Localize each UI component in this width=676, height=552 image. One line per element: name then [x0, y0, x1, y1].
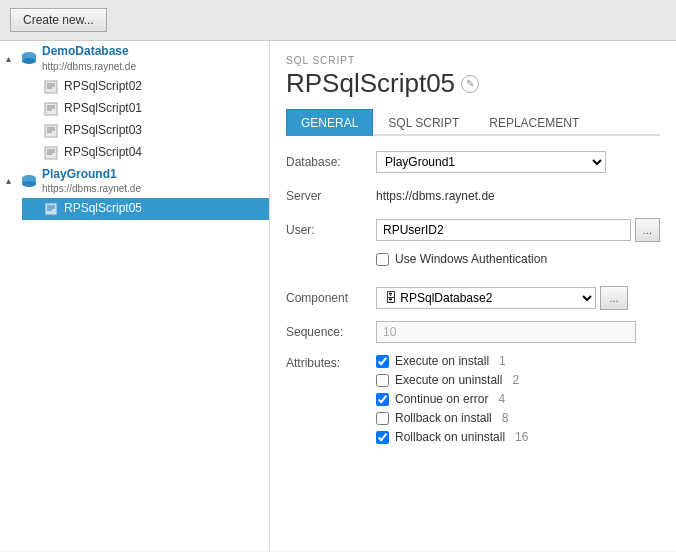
win-auth-row: Use Windows Authentication: [376, 252, 660, 276]
win-auth-checkbox[interactable]: [376, 253, 389, 266]
server-url: https://dbms.raynet.de: [376, 189, 495, 203]
script-icon-rpsql01: [42, 101, 60, 117]
right-panel: SQL SCRIPT RPSqlScript05 ✎ GENERAL SQL S…: [270, 41, 676, 551]
demodb-children: RPSqlScript02 RPSqlScript01: [0, 76, 269, 164]
win-auth-checkbox-row: Use Windows Authentication: [376, 252, 547, 266]
svg-rect-15: [45, 147, 57, 159]
attributes-container: Execute on install 1 Execute on uninstal…: [376, 354, 660, 449]
component-row: Component 🗄 RPSqlDatabase2 ...: [286, 286, 660, 310]
server-row: Server https://dbms.raynet.de: [286, 184, 660, 208]
attr-continue-error-row: Continue on error 4: [376, 392, 660, 406]
script-icon-rpsql03: [42, 123, 60, 139]
attr-execute-install-num: 1: [499, 354, 506, 368]
svg-rect-11: [45, 125, 57, 137]
attr-execute-uninstall-row: Execute on uninstall 2: [376, 373, 660, 387]
tabs-bar: GENERAL SQL SCRIPT REPLACEMENT: [286, 109, 660, 136]
sequence-row: Sequence:: [286, 320, 660, 344]
tab-sql-script[interactable]: SQL SCRIPT: [373, 109, 474, 136]
database-label: Database:: [286, 155, 376, 169]
attr-rollback-uninstall-checkbox[interactable]: [376, 431, 389, 444]
attr-execute-uninstall-num: 2: [512, 373, 519, 387]
page-title-text: RPSqlScript05: [286, 68, 455, 99]
attr-execute-install-row: Execute on install 1: [376, 354, 660, 368]
db-icon-playground: [20, 173, 38, 189]
database-value: PlayGround1: [376, 151, 660, 173]
database-row: Database: PlayGround1: [286, 150, 660, 174]
attr-continue-error-num: 4: [498, 392, 505, 406]
attributes-label: Attributes:: [286, 354, 376, 370]
user-input-row: ...: [376, 218, 660, 242]
attr-rollback-install-num: 8: [502, 411, 509, 425]
attr-rollback-uninstall-row: Rollback on uninstall 16: [376, 430, 660, 444]
database-select[interactable]: PlayGround1: [376, 151, 606, 173]
attr-rollback-install-row: Rollback on install 8: [376, 411, 660, 425]
tree-item-rpsql04[interactable]: RPSqlScript04: [22, 142, 269, 164]
tree-item-demodb[interactable]: ▴ DemoDatabase http://dbms.raynet.de: [0, 41, 269, 76]
component-field-container: 🗄 RPSqlDatabase2 ...: [376, 286, 660, 310]
attr-rollback-uninstall-num: 16: [515, 430, 528, 444]
rpsql04-label: RPSqlScript04: [64, 145, 263, 161]
attr-continue-error-label: Continue on error: [395, 392, 488, 406]
main-layout: ▴ DemoDatabase http://dbms.raynet.de: [0, 41, 676, 551]
section-label: SQL SCRIPT: [286, 55, 660, 66]
attr-execute-uninstall-checkbox[interactable]: [376, 374, 389, 387]
rpsql01-label: RPSqlScript01: [64, 101, 263, 117]
svg-rect-3: [45, 81, 57, 93]
user-input[interactable]: [376, 219, 631, 241]
rpsql05-label: RPSqlScript05: [64, 201, 263, 217]
svg-rect-22: [45, 203, 57, 215]
left-panel: ▴ DemoDatabase http://dbms.raynet.de: [0, 41, 270, 551]
user-field-container: ...: [376, 218, 660, 242]
attr-execute-install-label: Execute on install: [395, 354, 489, 368]
user-row: User: ...: [286, 218, 660, 242]
script-icon-rpsql02: [42, 79, 60, 95]
svg-rect-7: [45, 103, 57, 115]
tab-general[interactable]: GENERAL: [286, 109, 373, 136]
attr-execute-uninstall-label: Execute on uninstall: [395, 373, 502, 387]
rpsql02-label: RPSqlScript02: [64, 79, 263, 95]
playground-children: RPSqlScript05: [0, 198, 269, 220]
tab-replacement[interactable]: REPLACEMENT: [474, 109, 594, 136]
attributes-block: Execute on install 1 Execute on uninstal…: [376, 354, 660, 449]
server-value-display: https://dbms.raynet.de: [376, 189, 660, 203]
tree-item-rpsql01[interactable]: RPSqlScript01: [22, 98, 269, 120]
demodb-label: DemoDatabase http://dbms.raynet.de: [42, 44, 263, 73]
user-label: User:: [286, 223, 376, 237]
component-select[interactable]: 🗄 RPSqlDatabase2: [376, 287, 596, 309]
svg-point-2: [22, 58, 36, 64]
script-icon-rpsql04: [42, 145, 60, 161]
page-title: RPSqlScript05 ✎: [286, 68, 660, 99]
component-browse-button[interactable]: ...: [600, 286, 628, 310]
tree-arrow-playground: ▴: [6, 175, 20, 186]
attr-rollback-uninstall-label: Rollback on uninstall: [395, 430, 505, 444]
component-select-wrapper: 🗄 RPSqlDatabase2 ...: [376, 286, 660, 310]
edit-icon[interactable]: ✎: [461, 75, 479, 93]
tree-item-rpsql03[interactable]: RPSqlScript03: [22, 120, 269, 142]
attr-execute-install-checkbox[interactable]: [376, 355, 389, 368]
win-auth-label: Use Windows Authentication: [395, 252, 547, 266]
tree-arrow-demodb: ▴: [6, 53, 20, 64]
sequence-label: Sequence:: [286, 325, 376, 339]
sequence-field-container: [376, 321, 660, 343]
script-icon-rpsql05: [42, 201, 60, 217]
attr-rollback-install-checkbox[interactable]: [376, 412, 389, 425]
rpsql03-label: RPSqlScript03: [64, 123, 263, 139]
user-browse-button[interactable]: ...: [635, 218, 660, 242]
top-bar: Create new...: [0, 0, 676, 41]
tree-item-rpsql05[interactable]: RPSqlScript05: [22, 198, 269, 220]
create-new-button[interactable]: Create new...: [10, 8, 107, 32]
server-label: Server: [286, 189, 376, 203]
tree-item-rpsql02[interactable]: RPSqlScript02: [22, 76, 269, 98]
sequence-input[interactable]: [376, 321, 636, 343]
attr-rollback-install-label: Rollback on install: [395, 411, 492, 425]
component-label: Component: [286, 291, 376, 305]
svg-point-21: [22, 181, 36, 187]
db-icon-demodb: [20, 50, 38, 66]
playground-label: PlayGround1 https://dbms.raynet.de: [42, 167, 263, 196]
attributes-row: Attributes: Execute on install 1 Execute…: [286, 354, 660, 449]
attr-continue-error-checkbox[interactable]: [376, 393, 389, 406]
tree-item-playground[interactable]: ▴ PlayGround1 https://dbms.raynet.de: [0, 164, 269, 199]
